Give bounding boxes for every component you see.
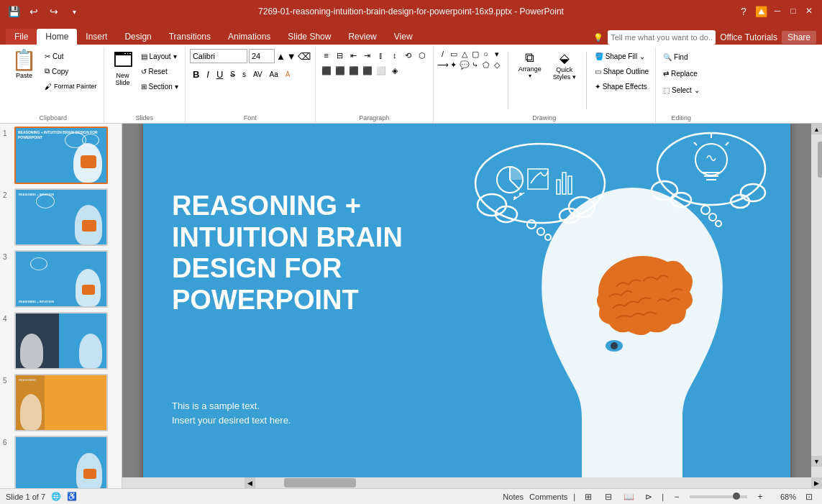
paste-button[interactable]: 📋 Paste: [7, 49, 41, 81]
zoom-level[interactable]: 68%: [773, 492, 796, 501]
vertical-align-btn[interactable]: ⬜: [375, 64, 388, 77]
font-size-input[interactable]: [249, 49, 275, 63]
font-family-input[interactable]: [190, 49, 247, 63]
smart-art-btn[interactable]: ⬡: [416, 49, 429, 62]
slide-thumb-5[interactable]: 5 REASONING: [3, 374, 119, 431]
tab-home[interactable]: Home: [37, 29, 77, 45]
align-right-btn[interactable]: ⬛: [347, 64, 360, 77]
font-color-btn[interactable]: A: [283, 67, 293, 81]
zoom-in-btn[interactable]: +: [753, 490, 767, 504]
slide-subtitle[interactable]: This is a sample text. Insert your desir…: [172, 399, 291, 427]
tab-view[interactable]: View: [385, 29, 421, 45]
slide-title[interactable]: REASONING + INTUITION BRAIN DESIGN FOR P…: [172, 191, 474, 316]
decrease-font-btn[interactable]: ▼: [287, 51, 296, 62]
notes-btn[interactable]: Notes: [503, 492, 524, 501]
italic-btn[interactable]: I: [204, 67, 212, 81]
slide-thumb-6[interactable]: 6: [3, 436, 119, 488]
slide-image-5[interactable]: REASONING: [14, 374, 108, 431]
scroll-down-btn[interactable]: ▼: [811, 456, 822, 467]
help-icon[interactable]: ?: [736, 4, 752, 19]
line-spacing-btn[interactable]: ↕: [388, 49, 401, 62]
view-slideshow-btn[interactable]: ⊳: [641, 490, 656, 504]
slide-thumb-4[interactable]: 4: [3, 312, 119, 370]
scroll-left-btn[interactable]: ◀: [245, 477, 255, 488]
shape-star[interactable]: ✦: [449, 60, 459, 70]
find-button[interactable]: 🔍 Find: [660, 49, 690, 65]
shape-more[interactable]: ▾: [492, 49, 502, 59]
view-slide-sorter-btn[interactable]: ⊟: [601, 490, 616, 504]
slide-image-1[interactable]: REASONING + INTUITION BRAIN DESIGN FOR P…: [14, 127, 108, 184]
tab-insert[interactable]: Insert: [77, 29, 116, 45]
bold-btn[interactable]: B: [190, 67, 202, 81]
reset-button[interactable]: ↺ Reset: [139, 64, 181, 78]
share-btn[interactable]: Share: [782, 31, 816, 44]
arrange-button[interactable]: ⧉ Arrange ▾: [514, 49, 546, 81]
tab-review[interactable]: Review: [339, 29, 385, 45]
customize-icon[interactable]: ▾: [66, 4, 82, 19]
numbering-btn[interactable]: ⊟: [334, 49, 347, 62]
slide-thumb-2[interactable]: 2 REASONING + INTUITION: [3, 188, 119, 246]
text-direction-btn[interactable]: ⟲: [402, 49, 415, 62]
tab-animations[interactable]: Animations: [219, 29, 279, 45]
shape-action[interactable]: ◇: [492, 60, 502, 70]
office-tutorials-link[interactable]: Office Tutorials: [720, 32, 777, 42]
tab-file[interactable]: File: [6, 29, 37, 45]
ribbon-collapse-icon[interactable]: 🔼: [753, 4, 769, 19]
zoom-out-btn[interactable]: −: [670, 490, 684, 504]
new-slide-button[interactable]: 🗔 NewSlide: [109, 49, 137, 88]
strikethrough-btn[interactable]: S: [227, 67, 238, 81]
minimize-btn[interactable]: ─: [770, 4, 785, 18]
slide-image-3[interactable]: REASONING + INTUITION: [14, 250, 108, 308]
scroll-right-btn[interactable]: ▶: [811, 477, 822, 488]
maximize-btn[interactable]: □: [786, 4, 800, 18]
columns-btn[interactable]: ⫿: [375, 49, 388, 62]
slide-canvas[interactable]: REASONING + INTUITION BRAIN DESIGN FOR P…: [143, 124, 790, 477]
scroll-up-btn[interactable]: ▲: [811, 124, 822, 134]
tab-slideshow[interactable]: Slide Show: [279, 29, 339, 45]
tab-transitions[interactable]: Transitions: [160, 29, 219, 45]
cut-button[interactable]: ✂ Cut: [42, 49, 99, 63]
convert-smartart-btn[interactable]: ◈: [388, 64, 401, 77]
slide-thumb-1[interactable]: 1 REASONING + INTUITION BRAIN DESIGN FOR…: [3, 127, 119, 184]
undo-icon[interactable]: ↩: [26, 4, 42, 19]
scroll-thumb-v[interactable]: [818, 142, 823, 178]
bullets-btn[interactable]: ≡: [320, 49, 333, 62]
shape-round-rect[interactable]: ▢: [470, 49, 480, 59]
format-painter-button[interactable]: 🖌 Format Painter: [42, 79, 99, 93]
slide-image-2[interactable]: REASONING + INTUITION: [14, 188, 108, 246]
text-shadow-btn[interactable]: s: [239, 67, 249, 81]
comments-btn[interactable]: Comments: [529, 492, 567, 501]
increase-indent-btn[interactable]: ⇥: [361, 49, 374, 62]
shape-effects-button[interactable]: ✦ Shape Effects: [593, 79, 651, 93]
shape-fill-button[interactable]: 🪣 Shape Fill ⌄: [593, 49, 651, 63]
zoom-thumb[interactable]: [733, 492, 740, 500]
shape-callout[interactable]: 💬: [460, 60, 470, 70]
quick-styles-button[interactable]: ⬙ Quick Styles ▾: [549, 49, 580, 82]
close-btn[interactable]: ✕: [802, 4, 816, 18]
shape-pentagon[interactable]: ⬠: [481, 60, 491, 70]
slide-image-4[interactable]: [14, 312, 108, 370]
increase-font-btn[interactable]: ▲: [276, 51, 286, 62]
shape-rect[interactable]: ▭: [449, 49, 459, 59]
slide-thumb-3[interactable]: 3 REASONING + INTUITION: [3, 250, 119, 308]
shape-line[interactable]: /: [438, 49, 448, 59]
view-reading-btn[interactable]: 📖: [621, 490, 636, 504]
view-normal-btn[interactable]: ⊞: [581, 490, 595, 504]
underline-btn[interactable]: U: [214, 67, 226, 81]
justify-btn[interactable]: ⬛: [361, 64, 374, 77]
shape-outline-button[interactable]: ▭ Shape Outline: [593, 64, 651, 78]
layout-button[interactable]: ▤ Layout ▾: [139, 49, 181, 63]
char-spacing-btn[interactable]: AV: [250, 67, 265, 81]
copy-button[interactable]: ⧉ Copy: [42, 64, 99, 78]
redo-icon[interactable]: ↪: [46, 4, 62, 19]
shape-connector[interactable]: ⤷: [470, 60, 480, 70]
decrease-indent-btn[interactable]: ⇤: [347, 49, 360, 62]
tell-me-input[interactable]: [608, 30, 716, 45]
align-center-btn[interactable]: ⬛: [334, 64, 347, 77]
slide-image-6[interactable]: [14, 436, 108, 488]
zoom-slider[interactable]: [690, 495, 747, 498]
section-button[interactable]: ⊞ Section ▾: [139, 79, 181, 93]
align-left-btn[interactable]: ⬛: [320, 64, 333, 77]
select-button[interactable]: ⬚ Select ⌄: [660, 82, 703, 98]
tab-design[interactable]: Design: [116, 29, 160, 45]
